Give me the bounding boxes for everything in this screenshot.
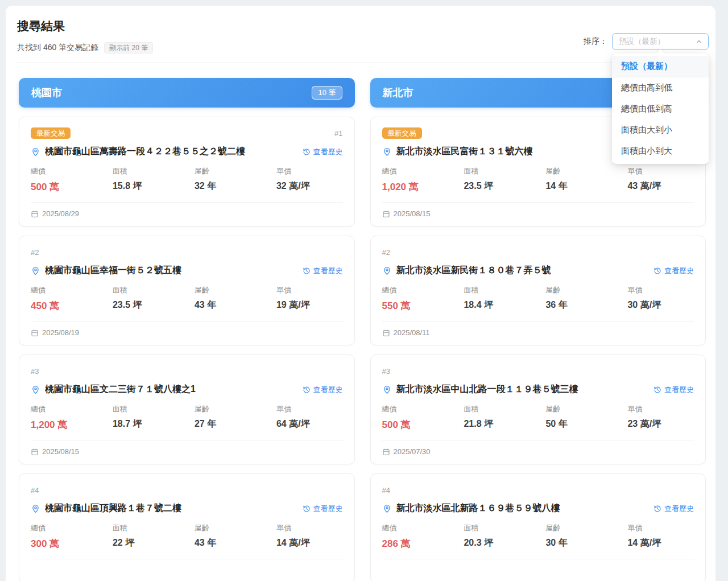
latest-deal-badge: 最新交易 [382, 127, 422, 139]
history-clock-icon [653, 267, 661, 275]
sort-dropdown: 預設（最新）總價由高到低總價由低到高面積由大到小面積由小到大 [612, 53, 709, 164]
stat-label: 單價 [627, 523, 694, 533]
total-price-value: 286 萬 [382, 537, 464, 550]
property-address: 新北市淡水區中山北路一段１１９巷５號三樓 [396, 384, 648, 395]
view-history-link[interactable]: 查看歷史 [303, 266, 343, 276]
stat-house-age: 屋齡 43 年 [195, 285, 276, 312]
sort-select[interactable]: 預設（最新） [612, 33, 709, 50]
stat-area: 面積 15.8 坪 [113, 166, 195, 193]
card-top-row: #2 [31, 246, 343, 258]
transaction-date: 2025/08/11 [394, 328, 430, 337]
address-row: 桃園市龜山區頂興路１巷７號二樓 查看歷史 [31, 502, 343, 514]
stat-label: 單價 [276, 523, 343, 533]
area-value: 18.4 坪 [464, 299, 545, 311]
view-history-label: 查看歷史 [664, 266, 694, 276]
unit-price-value: 43 萬/坪 [627, 180, 694, 192]
area-value: 15.8 坪 [113, 180, 195, 192]
stat-label: 面積 [464, 285, 545, 295]
location-pin-icon [382, 147, 392, 156]
rank-label: #4 [382, 486, 390, 495]
stat-label: 屋齡 [545, 166, 627, 176]
unit-price-value: 14 萬/坪 [627, 537, 694, 549]
address-row: 新北市淡水區北新路１６９巷５９號八樓 查看歷史 [382, 502, 694, 514]
house-age-value: 32 年 [195, 180, 276, 192]
total-price-value: 500 萬 [382, 418, 464, 431]
city-name: 新北市 [383, 86, 413, 100]
property-address: 新北市淡水區北新路１６９巷５９號八樓 [396, 502, 648, 514]
stat-label: 屋齡 [545, 523, 627, 533]
view-history-link[interactable]: 查看歷史 [303, 504, 343, 514]
view-history-link[interactable]: 查看歷史 [303, 385, 343, 395]
card-divider [31, 559, 343, 559]
total-price-value: 450 萬 [31, 299, 113, 312]
transaction-date: 2025/08/19 [42, 328, 79, 337]
stat-area: 面積 18.7 坪 [113, 404, 195, 431]
area-value: 22 坪 [113, 537, 195, 549]
stat-label: 面積 [113, 404, 195, 414]
history-clock-icon [303, 505, 311, 513]
card-top-row: #4 [31, 484, 343, 496]
view-history-link[interactable]: 查看歷史 [653, 504, 694, 514]
card-divider [382, 440, 694, 440]
location-pin-icon [31, 385, 40, 394]
stat-total-price: 總價 450 萬 [31, 285, 113, 312]
transaction-date: 2025/08/15 [394, 209, 431, 218]
stat-total-price: 總價 500 萬 [31, 166, 113, 193]
stat-unit-price: 單價 64 萬/坪 [276, 404, 343, 431]
history-clock-icon [653, 386, 661, 394]
view-history-link[interactable]: 查看歷史 [653, 266, 694, 276]
sort-option[interactable]: 預設（最新） [612, 56, 709, 77]
card-divider [31, 321, 343, 322]
unit-price-value: 23 萬/坪 [627, 418, 694, 430]
stat-unit-price: 單價 14 萬/坪 [627, 523, 694, 550]
view-history-link[interactable]: 查看歷史 [653, 385, 694, 395]
city-name: 桃園市 [31, 86, 62, 100]
sort-control: 排序： 預設（最新） [584, 33, 709, 50]
card-footer: 2025/08/19 [31, 328, 343, 337]
columns: 桃園市 10 筆 最新交易 #1 桃園市龜山區萬壽路一段４２２巷５５之２號二樓 … [6, 78, 715, 581]
card-divider [382, 202, 694, 203]
city-header: 桃園市 10 筆 [19, 78, 355, 108]
view-history-label: 查看歷史 [313, 266, 343, 276]
stat-area: 面積 23.5 坪 [464, 166, 545, 193]
stats-grid: 總價 550 萬 面積 18.4 坪 屋齡 36 年 單價 30 萬/坪 [382, 285, 694, 312]
sort-option[interactable]: 面積由小到大 [612, 141, 709, 162]
listing-card: #4 新北市淡水區北新路１６９巷５９號八樓 查看歷史 總價 286 萬 面積 2… [370, 473, 706, 581]
stats-grid: 總價 500 萬 面積 15.8 坪 屋齡 32 年 單價 32 萬/坪 [31, 166, 343, 193]
listing-card: 最新交易 #1 桃園市龜山區萬壽路一段４２２巷５５之２號二樓 查看歷史 總價 5… [19, 117, 355, 226]
page-title: 搜尋結果 [17, 18, 704, 34]
house-age-value: 14 年 [545, 180, 627, 192]
rank-label: #1 [334, 129, 342, 138]
stat-unit-price: 單價 23 萬/坪 [627, 404, 694, 431]
stats-grid: 總價 1,200 萬 面積 18.7 坪 屋齡 27 年 單價 64 萬/坪 [31, 404, 343, 431]
sort-dropdown-list: 預設（最新）總價由高到低總價由低到高面積由大到小面積由小到大 [612, 56, 709, 162]
card-footer: 2025/08/29 [31, 209, 343, 218]
sort-option[interactable]: 總價由低到高 [612, 98, 709, 120]
calendar-icon [31, 448, 39, 456]
stat-area: 面積 23.5 坪 [113, 285, 195, 312]
stat-area: 面積 21.8 坪 [464, 404, 545, 431]
unit-price-value: 30 萬/坪 [627, 299, 694, 311]
view-history-link[interactable]: 查看歷史 [303, 147, 343, 157]
stat-label: 總價 [382, 404, 464, 414]
stat-total-price: 總價 550 萬 [382, 285, 464, 312]
chevron-up-icon [696, 38, 702, 45]
stat-label: 單價 [276, 285, 343, 295]
house-age-value: 43 年 [195, 537, 276, 549]
stat-house-age: 屋齡 36 年 [545, 285, 627, 312]
stat-area: 面積 22 坪 [113, 523, 195, 550]
sort-option[interactable]: 總價由高到低 [612, 77, 709, 98]
stat-label: 面積 [113, 523, 195, 533]
stat-unit-price: 單價 32 萬/坪 [276, 166, 343, 193]
view-history-label: 查看歷史 [313, 504, 343, 514]
calendar-icon [382, 210, 390, 218]
listing-card: #3 桃園市龜山區文二三街７１號八樓之1 查看歷史 總價 1,200 萬 面積 … [19, 355, 355, 464]
property-address: 桃園市龜山區萬壽路一段４２２巷５５之２號二樓 [45, 146, 297, 158]
stats-grid: 總價 300 萬 面積 22 坪 屋齡 43 年 單價 14 萬/坪 [31, 523, 343, 550]
sort-option[interactable]: 面積由大到小 [612, 120, 709, 141]
display-count-badge: 顯示前 20 筆 [104, 42, 153, 53]
view-history-label: 查看歷史 [664, 504, 694, 514]
location-pin-icon [31, 504, 40, 513]
stat-label: 面積 [113, 285, 195, 295]
area-value: 21.8 坪 [464, 418, 545, 430]
